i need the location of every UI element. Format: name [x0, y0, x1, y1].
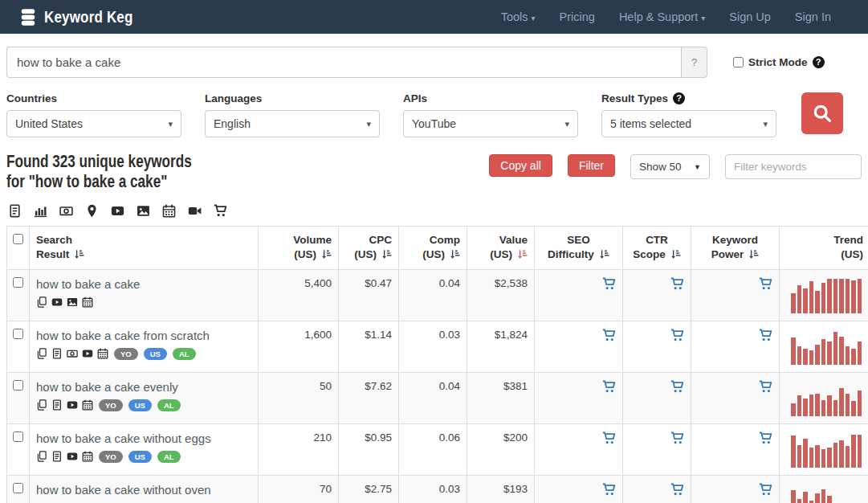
badge-yo[interactable]: YO [99, 451, 123, 463]
youtube-play-icon[interactable] [67, 399, 78, 411]
image-icon[interactable] [67, 296, 78, 308]
row-checkbox[interactable] [13, 483, 23, 493]
row-checkbox[interactable] [13, 380, 23, 391]
nav-item-tools[interactable]: Tools▾ [501, 10, 536, 23]
cart-icon[interactable] [759, 329, 772, 342]
calendar-icon[interactable] [82, 451, 93, 462]
cart-icon[interactable] [759, 380, 772, 394]
sort-icon[interactable] [321, 249, 332, 260]
calendar-icon[interactable] [97, 348, 108, 359]
keyword-link[interactable]: how to bake a cake without oven [36, 483, 251, 497]
sort-icon[interactable] [74, 249, 84, 260]
sort-icon[interactable] [381, 249, 392, 260]
column-header-comp[interactable]: Comp(US) [399, 227, 467, 269]
keyword-link[interactable]: how to bake a cake [36, 277, 251, 291]
money-icon[interactable] [67, 348, 78, 359]
file-text-icon[interactable] [51, 451, 63, 462]
cart-icon[interactable] [602, 380, 616, 394]
copy-icon[interactable] [36, 348, 47, 359]
sort-icon[interactable] [450, 249, 460, 260]
column-header-cpc[interactable]: CPC(US) [339, 227, 399, 269]
cart-icon[interactable] [214, 204, 227, 218]
keyword-search-input[interactable] [6, 47, 681, 78]
row-checkbox[interactable] [13, 431, 23, 442]
cart-icon[interactable] [670, 277, 684, 291]
copy-all-button[interactable]: Copy all [489, 154, 552, 177]
badge-us[interactable]: US [144, 348, 167, 360]
copy-icon[interactable] [36, 399, 47, 411]
youtube-play-icon[interactable] [111, 204, 124, 218]
nav-item-sign-in[interactable]: Sign In [795, 10, 831, 23]
badge-al[interactable]: AL [173, 348, 196, 360]
nav-item-pricing[interactable]: Pricing [560, 10, 595, 23]
strict-mode-checkbox[interactable] [733, 57, 744, 67]
cart-icon[interactable] [602, 277, 616, 291]
cart-icon[interactable] [670, 483, 684, 497]
copy-icon[interactable] [36, 451, 47, 462]
trend-bar [833, 443, 838, 468]
image-icon[interactable] [137, 204, 150, 218]
sort-icon[interactable] [748, 249, 759, 260]
badge-al[interactable]: AL [157, 451, 181, 463]
result-types-help-icon[interactable] [673, 92, 685, 104]
keyword-link[interactable]: how to bake a cake from scratch [36, 329, 251, 342]
select-all-checkbox[interactable] [13, 234, 23, 244]
video-camera-icon[interactable] [188, 204, 202, 218]
search-help-button[interactable]: ? [681, 47, 707, 78]
column-header-keyword[interactable]: KeywordPower [691, 227, 780, 269]
badge-us[interactable]: US [128, 399, 152, 411]
cart-icon[interactable] [602, 431, 616, 445]
row-checkbox[interactable] [13, 277, 23, 288]
apis-select[interactable]: YouTube ▾ [403, 110, 578, 137]
nav-item-help-support[interactable]: Help & Support▾ [619, 10, 705, 23]
sort-icon[interactable] [670, 249, 681, 260]
export-toolbar [8, 204, 862, 218]
filter-keywords-input[interactable] [725, 154, 862, 179]
badge-yo[interactable]: YO [99, 399, 123, 411]
youtube-play-icon[interactable] [82, 348, 93, 359]
keyword-link[interactable]: how to bake a cake without eggs [36, 431, 251, 445]
youtube-play-icon[interactable] [67, 451, 78, 462]
row-checkbox[interactable] [13, 329, 23, 339]
file-text-icon[interactable] [8, 204, 22, 218]
column-header-seo[interactable]: SEODifficulty [535, 227, 623, 269]
calendar-icon[interactable] [82, 296, 93, 308]
badge-us[interactable]: US [128, 451, 152, 463]
countries-select[interactable]: United States ▾ [6, 110, 181, 137]
bar-chart-icon[interactable] [34, 204, 47, 218]
show-count-select[interactable]: Show 50 ▼ [630, 154, 710, 179]
filter-button[interactable]: Filter [568, 154, 615, 177]
calendar-icon[interactable] [162, 204, 176, 218]
languages-select[interactable]: English ▾ [205, 110, 380, 137]
badge-yo[interactable]: YO [114, 348, 138, 360]
search-submit-button[interactable] [801, 92, 843, 134]
column-header-ctr[interactable]: CTRScope [623, 227, 691, 269]
result-types-select[interactable]: 5 items selected ▾ [601, 110, 776, 137]
sort-icon[interactable] [599, 249, 609, 260]
column-header-search[interactable]: SearchResult [30, 227, 259, 269]
cart-icon[interactable] [670, 329, 684, 342]
cart-icon[interactable] [602, 329, 616, 342]
badge-al[interactable]: AL [157, 399, 181, 411]
sort-icon[interactable] [517, 249, 528, 260]
column-label: Keyword [698, 233, 772, 247]
column-header-value[interactable]: Value(US) [467, 227, 535, 269]
file-text-icon[interactable] [51, 348, 63, 359]
calendar-icon[interactable] [82, 399, 93, 411]
brand[interactable]: Keyword Keg [19, 7, 149, 27]
keyword-link[interactable]: how to bake a cake evenly [36, 380, 251, 394]
cart-icon[interactable] [670, 431, 684, 445]
nav-item-sign-up[interactable]: Sign Up [729, 10, 771, 23]
file-text-icon[interactable] [51, 399, 63, 411]
map-marker-icon[interactable] [85, 204, 99, 218]
cart-icon[interactable] [759, 483, 772, 497]
column-header-volume[interactable]: Volume(US) [259, 227, 339, 269]
money-icon[interactable] [59, 204, 73, 218]
strict-mode-help-icon[interactable] [813, 56, 825, 68]
cart-icon[interactable] [759, 277, 772, 291]
copy-icon[interactable] [36, 296, 47, 308]
cart-icon[interactable] [759, 431, 772, 445]
cart-icon[interactable] [670, 380, 684, 394]
youtube-play-icon[interactable] [51, 296, 63, 308]
cart-icon[interactable] [602, 483, 616, 497]
